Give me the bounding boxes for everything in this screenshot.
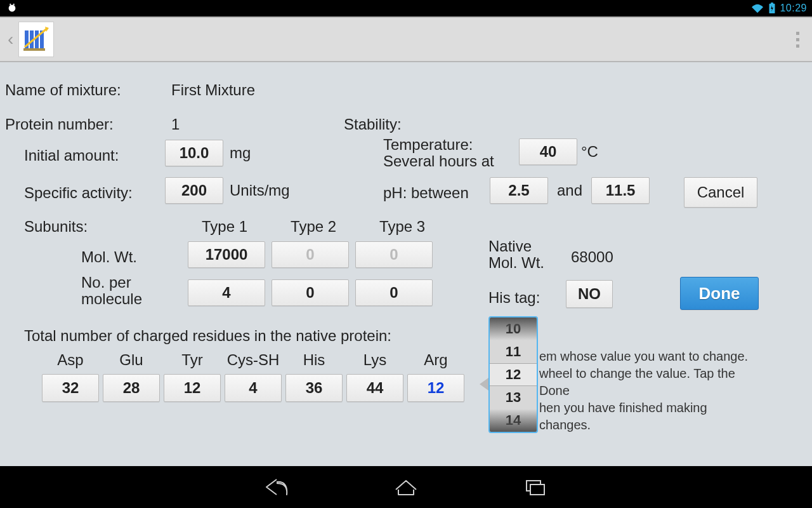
- label-native-mol-wt: Native Mol. Wt.: [488, 238, 544, 272]
- svg-rect-11: [530, 485, 544, 495]
- label-and: and: [557, 182, 582, 199]
- residue-input-glu[interactable]: 28: [103, 374, 160, 402]
- action-bar: ‹: [0, 17, 812, 62]
- wifi-icon: [750, 3, 764, 14]
- residue-label-tyr: Tyr: [181, 351, 202, 369]
- svg-point-0: [9, 5, 16, 12]
- residue-label-glu: Glu: [119, 351, 143, 369]
- picker-arrow-icon: [480, 378, 488, 391]
- label-type3: Type 3: [379, 218, 425, 236]
- nav-recent-icon[interactable]: [521, 477, 549, 497]
- label-stability: Stability:: [344, 116, 402, 133]
- overflow-menu-icon[interactable]: [791, 27, 804, 53]
- label-no-per-molecule: No. per molecule: [81, 274, 142, 308]
- label-specific-activity: Specific activity:: [24, 184, 133, 202]
- input-temperature[interactable]: 40: [519, 138, 577, 165]
- picker-item[interactable]: 14: [490, 409, 537, 432]
- android-debug-icon: [5, 3, 19, 14]
- residue-input-tyr[interactable]: 12: [164, 374, 221, 402]
- instructions-text: em whose value you want to change. wheel…: [539, 348, 761, 434]
- input-mw-type2[interactable]: 0: [272, 241, 349, 268]
- residue-label-his: His: [303, 351, 325, 369]
- system-nav-bar: [0, 466, 812, 508]
- input-num-type3[interactable]: 0: [355, 279, 433, 306]
- done-button[interactable]: Done: [680, 277, 759, 310]
- svg-rect-9: [23, 48, 45, 51]
- status-bar: 10:29: [0, 0, 812, 17]
- picker-item[interactable]: 10: [490, 318, 537, 340]
- residue-input-asp[interactable]: 32: [42, 374, 99, 402]
- input-ph-low[interactable]: 2.5: [490, 177, 548, 204]
- unit-unitsmg: Units/mg: [230, 182, 290, 199]
- residue-input-cys[interactable]: 4: [225, 374, 282, 402]
- input-mw-type1[interactable]: 17000: [188, 241, 265, 268]
- residue-label-arg: Arg: [424, 351, 447, 369]
- label-subunits: Subunits:: [24, 218, 88, 236]
- picker-item[interactable]: 11: [490, 340, 537, 363]
- input-num-type2[interactable]: 0: [272, 279, 349, 306]
- unit-mg: mg: [230, 144, 251, 162]
- svg-rect-2: [13, 4, 15, 6]
- input-ph-high[interactable]: 11.5: [591, 177, 650, 204]
- label-protein-number: Protein number:: [5, 116, 114, 133]
- toggle-his-tag[interactable]: NO: [566, 280, 613, 308]
- svg-rect-1: [10, 4, 11, 6]
- residue-label-asp: Asp: [57, 351, 83, 369]
- back-caret-icon[interactable]: ‹: [8, 29, 13, 50]
- status-time: 10:29: [780, 3, 807, 14]
- picker-item[interactable]: 13: [490, 386, 537, 409]
- label-type1: Type 1: [202, 218, 247, 236]
- label-ph-between: pH: between: [383, 184, 469, 202]
- label-temperature: Temperature: Several hours at: [383, 137, 494, 170]
- label-total-residues: Total number of charged residues in the …: [24, 327, 391, 345]
- label-initial-amount: Initial amount:: [24, 147, 119, 164]
- svg-rect-7: [35, 30, 39, 50]
- label-mol-wt: Mol. Wt.: [81, 248, 137, 266]
- input-num-type1[interactable]: 4: [188, 279, 265, 306]
- svg-rect-4: [771, 3, 774, 4]
- residue-input-arg[interactable]: 12: [407, 374, 464, 402]
- input-mw-type3[interactable]: 0: [355, 241, 433, 268]
- label-type2: Type 2: [291, 218, 336, 236]
- app-icon[interactable]: [18, 22, 54, 57]
- unit-degc: °C: [581, 143, 598, 161]
- picker-item-selected[interactable]: 12: [490, 363, 537, 386]
- value-native-mol-wt: 68000: [571, 248, 613, 266]
- label-mixture-name: Name of mixture:: [5, 81, 121, 99]
- residue-label-lys: Lys: [363, 351, 386, 369]
- input-specific-activity[interactable]: 200: [165, 177, 223, 204]
- battery-charging-icon: [768, 3, 776, 14]
- value-protein-number: 1: [171, 116, 180, 133]
- number-picker[interactable]: 10 11 12 13 14: [488, 316, 538, 433]
- cancel-button[interactable]: Cancel: [684, 177, 757, 208]
- residue-input-lys[interactable]: 44: [346, 374, 403, 402]
- value-mixture-name: First Mixture: [171, 81, 255, 99]
- nav-back-icon[interactable]: [263, 477, 291, 497]
- form-content: Name of mixture: First Mixture Protein n…: [0, 62, 812, 466]
- residue-label-cys: Cys-SH: [227, 351, 280, 369]
- nav-home-icon[interactable]: [392, 477, 420, 497]
- residue-input-his[interactable]: 36: [285, 374, 343, 402]
- input-initial-amount[interactable]: 10.0: [165, 140, 223, 166]
- label-his-tag: His tag:: [488, 289, 540, 307]
